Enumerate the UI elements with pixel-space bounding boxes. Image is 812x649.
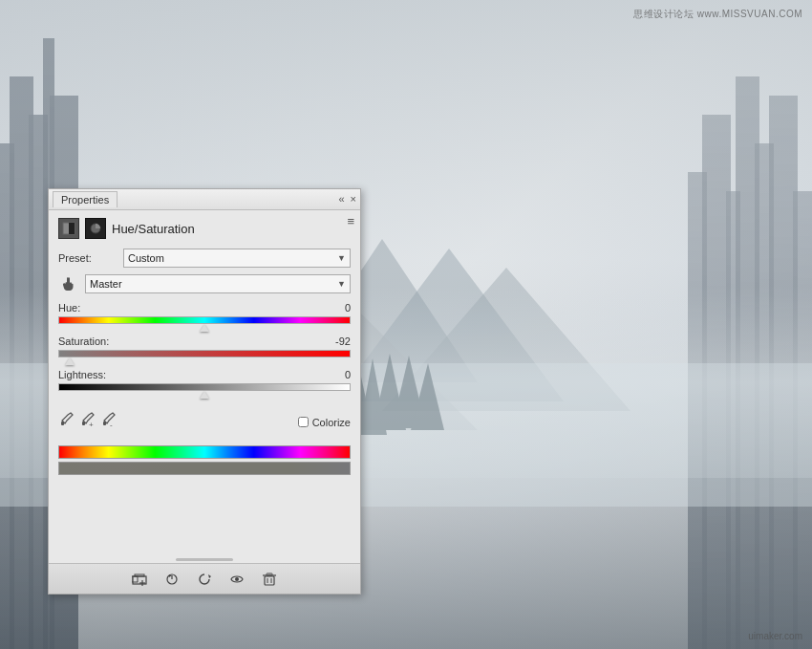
svg-marker-23 xyxy=(411,363,444,430)
hue-thumb xyxy=(200,324,209,332)
watermark-top: 思维设计论坛 www.MISSVUAN.COM xyxy=(633,8,802,21)
svg-text:-: - xyxy=(110,421,113,427)
lightness-slider-container: Lightness: 0 xyxy=(58,369,351,400)
svg-marker-38 xyxy=(208,574,211,578)
close-button[interactable]: × xyxy=(351,194,356,205)
panel-content: Hue/Saturation Preset: Custom ▼ Master ▼ xyxy=(49,210,360,487)
adjustment-title: Hue/Saturation xyxy=(112,222,195,236)
hue-spectrum-bar xyxy=(58,445,351,459)
svg-marker-20 xyxy=(358,358,387,435)
lightness-label: Lightness: xyxy=(58,369,106,380)
resize-handle xyxy=(176,558,233,561)
svg-rect-28 xyxy=(82,422,85,425)
svg-marker-21 xyxy=(373,354,406,430)
hue-label-row: Hue: 0 xyxy=(58,302,351,314)
preset-value: Custom xyxy=(128,252,164,264)
hue-track[interactable] xyxy=(58,316,351,324)
svg-point-39 xyxy=(235,577,239,581)
eyedropper-icon xyxy=(58,412,74,427)
svg-rect-42 xyxy=(267,573,272,575)
layer-mask-icon xyxy=(62,222,75,235)
colorize-row: Colorize xyxy=(298,417,351,428)
delete-button[interactable] xyxy=(259,569,280,590)
properties-panel: Properties « × ≡ Hue/Saturat xyxy=(48,188,361,595)
eyedropper-3-button[interactable]: - xyxy=(100,412,116,430)
svg-rect-10 xyxy=(755,143,774,649)
svg-rect-30 xyxy=(103,422,106,425)
colorize-checkbox[interactable] xyxy=(298,417,309,427)
hand-icon xyxy=(60,275,77,292)
adjustment-icon-1 xyxy=(58,218,79,239)
color-bars xyxy=(58,445,351,475)
trash-icon xyxy=(262,572,277,587)
panel-title-left: Properties xyxy=(53,191,118,207)
colorize-label: Colorize xyxy=(312,417,351,428)
lightness-track[interactable] xyxy=(58,383,351,391)
hue-label: Hue: xyxy=(58,302,80,314)
preset-label: Preset: xyxy=(58,252,123,264)
svg-rect-6 xyxy=(688,172,707,649)
channel-value: Master xyxy=(90,278,122,290)
collapse-button[interactable]: « xyxy=(338,194,344,205)
saturation-value: -92 xyxy=(335,335,351,347)
svg-rect-9 xyxy=(736,76,759,649)
add-layer-icon xyxy=(132,572,147,587)
svg-rect-3 xyxy=(29,115,48,649)
previous-state-icon xyxy=(164,572,180,587)
channel-icon xyxy=(58,273,79,294)
svg-text:+: + xyxy=(89,421,94,427)
lightness-thumb-wrapper xyxy=(58,391,351,400)
desaturated-spectrum-bar xyxy=(58,462,351,475)
add-layer-button[interactable] xyxy=(129,569,150,590)
panel-title-controls: « × xyxy=(338,194,356,205)
channel-dropdown[interactable]: Master ▼ xyxy=(85,274,351,293)
panel-footer xyxy=(49,563,360,594)
svg-rect-12 xyxy=(793,191,812,649)
svg-rect-2 xyxy=(10,76,33,649)
channel-row: Master ▼ xyxy=(58,273,351,294)
svg-marker-16 xyxy=(382,268,630,411)
svg-rect-40 xyxy=(265,576,274,585)
svg-rect-11 xyxy=(769,96,798,649)
panel-titlebar: Properties « × xyxy=(49,189,360,210)
eyedropper-add-icon: + xyxy=(79,412,95,427)
preset-row: Preset: Custom ▼ xyxy=(58,249,351,268)
saturation-slider-container: Saturation: -92 xyxy=(58,335,351,367)
lightness-thumb xyxy=(200,391,209,399)
svg-rect-27 xyxy=(61,422,64,425)
preset-dropdown-arrow: ▼ xyxy=(337,253,346,263)
hue-value: 0 xyxy=(345,302,351,314)
svg-rect-7 xyxy=(702,115,731,649)
eyedropper-tools: + - xyxy=(58,412,116,430)
preset-dropdown[interactable]: Custom ▼ xyxy=(123,249,351,268)
eyedropper-1-button[interactable] xyxy=(58,412,74,430)
saturation-thumb-wrapper xyxy=(58,357,351,367)
svg-rect-25 xyxy=(69,223,75,234)
channel-dropdown-arrow: ▼ xyxy=(337,279,346,289)
saturation-label: Saturation: xyxy=(58,335,109,347)
panel-spacer xyxy=(49,487,360,563)
hue-sat-icon xyxy=(89,222,102,235)
view-button[interactable] xyxy=(226,569,247,590)
saturation-track[interactable] xyxy=(58,350,351,357)
adjustment-header: Hue/Saturation xyxy=(58,218,351,239)
svg-marker-14 xyxy=(334,249,564,401)
hue-slider-container: Hue: 0 xyxy=(58,302,351,334)
svg-marker-22 xyxy=(392,356,426,428)
svg-rect-1 xyxy=(0,143,14,649)
reset-icon xyxy=(197,572,212,587)
eye-icon xyxy=(229,572,245,587)
svg-rect-8 xyxy=(726,191,740,649)
properties-tab[interactable]: Properties xyxy=(53,191,118,207)
visibility-button[interactable] xyxy=(161,569,182,590)
lightness-label-row: Lightness: 0 xyxy=(58,369,351,380)
watermark-bottom: uimaker.com xyxy=(748,631,802,641)
hue-thumb-wrapper xyxy=(58,324,351,334)
eyedropper-2-button[interactable]: + xyxy=(79,412,95,430)
lightness-value: 0 xyxy=(345,369,351,380)
reset-button[interactable] xyxy=(194,569,215,590)
eyedropper-subtract-icon: - xyxy=(100,412,116,427)
panel-menu-button[interactable]: ≡ xyxy=(347,214,354,228)
saturation-label-row: Saturation: -92 xyxy=(58,335,351,347)
adjustment-icon-2 xyxy=(85,218,106,239)
